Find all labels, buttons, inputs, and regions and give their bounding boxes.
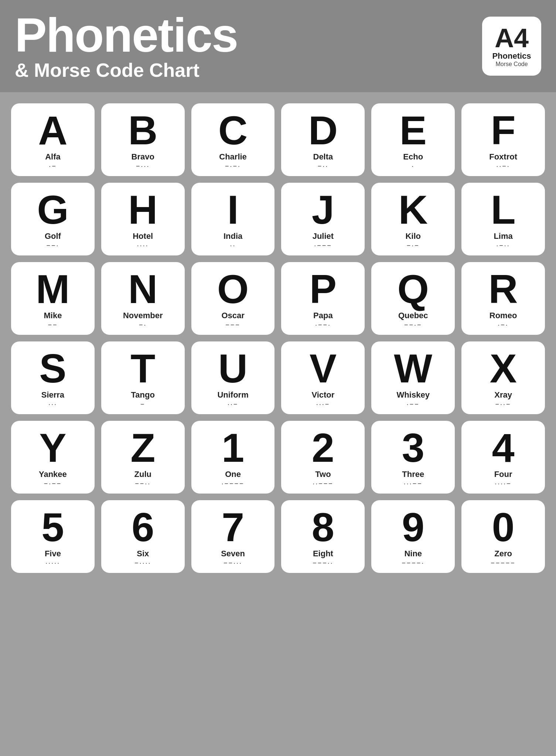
- card-morse-code: −−−: [225, 321, 241, 329]
- card-character: 8: [312, 507, 334, 547]
- card-morse-code: ·−−−−: [222, 480, 245, 488]
- card-character: 7: [222, 507, 244, 547]
- phonetic-card: KKilo−·−: [371, 183, 455, 255]
- card-character: Y: [39, 427, 66, 468]
- card-morse-code: −−··: [135, 480, 151, 488]
- card-morse-code: ···−: [316, 401, 330, 408]
- card-morse-code: −···: [136, 162, 150, 170]
- card-morse-code: ·−−·: [315, 321, 331, 329]
- card-character: 1: [222, 427, 244, 468]
- card-phonetic-name: Two: [315, 470, 331, 479]
- card-morse-code: ·−: [49, 162, 57, 170]
- card-phonetic-name: Papa: [313, 311, 333, 320]
- card-morse-code: −·: [139, 321, 147, 329]
- card-phonetic-name: Hotel: [133, 231, 153, 241]
- phonetic-card: 3Three···−−: [371, 421, 455, 494]
- phonetic-card: CCharlie−·−·: [191, 103, 275, 176]
- phonetic-card: UUniform··−: [191, 341, 275, 414]
- card-morse-code: ·−·: [498, 321, 509, 329]
- card-character: 4: [492, 427, 514, 468]
- phonetic-card: HHotel····: [101, 183, 185, 255]
- card-morse-code: ··−: [228, 401, 239, 408]
- card-morse-code: −−−··: [313, 559, 334, 567]
- card-morse-code: ··: [230, 242, 236, 250]
- phonetic-card: 2Two··−−−: [281, 421, 365, 494]
- card-phonetic-name: Victor: [311, 390, 334, 400]
- phonetic-card: 4Four····−: [461, 421, 545, 494]
- card-character: U: [218, 348, 248, 389]
- card-morse-code: −··: [318, 162, 329, 170]
- card-character: E: [400, 110, 427, 151]
- card-phonetic-name: Foxtrot: [489, 152, 517, 162]
- badge-line1: Phonetics: [492, 51, 531, 61]
- phonetic-card: SSierra···: [11, 341, 95, 414]
- phonetic-card: JJuliet·−−−: [281, 183, 365, 255]
- card-character: K: [399, 189, 428, 230]
- phonetic-card: NNovember−·: [101, 262, 185, 335]
- card-phonetic-name: Sierra: [41, 390, 64, 400]
- phonetic-card: 5Five·····: [11, 500, 95, 573]
- card-character: H: [128, 189, 157, 230]
- phonetic-card: MMike−−: [11, 262, 95, 335]
- card-morse-code: −··−: [495, 401, 511, 408]
- phonetic-card: BBravo−···: [101, 103, 185, 176]
- card-character: Z: [130, 427, 155, 468]
- phonetic-card: IIndia··: [191, 183, 275, 255]
- header-badge: A4 Phonetics Morse Code: [482, 17, 541, 76]
- card-morse-code: −−···: [224, 559, 242, 567]
- card-phonetic-name: Eight: [313, 549, 333, 559]
- card-morse-code: −····: [134, 559, 151, 567]
- card-phonetic-name: Lima: [494, 231, 512, 241]
- card-morse-code: ···: [48, 401, 57, 408]
- phonetic-card: GGolf−−·: [11, 183, 95, 255]
- main-title: Phonetics: [15, 11, 238, 59]
- card-morse-code: −−·: [46, 242, 59, 250]
- header-title-block: Phonetics & Morse Code Chart: [15, 11, 238, 81]
- card-phonetic-name: One: [225, 470, 241, 479]
- card-character: C: [218, 110, 248, 151]
- card-character: 0: [492, 507, 514, 547]
- badge-label: A4: [495, 25, 529, 51]
- card-phonetic-name: Four: [494, 470, 512, 479]
- card-morse-code: −·−−: [44, 480, 62, 488]
- card-character: P: [310, 269, 337, 309]
- phonetic-card: WWhiskey·−−: [371, 341, 455, 414]
- phonetic-card: DDelta−··: [281, 103, 365, 176]
- card-character: R: [488, 269, 518, 309]
- card-character: L: [491, 189, 515, 230]
- card-phonetic-name: Golf: [45, 231, 61, 241]
- phonetic-card: 7Seven−−···: [191, 500, 275, 573]
- card-phonetic-name: Whiskey: [397, 390, 430, 400]
- card-phonetic-name: Echo: [403, 152, 423, 162]
- card-phonetic-name: Uniform: [217, 390, 248, 400]
- card-phonetic-name: Juliet: [313, 231, 334, 241]
- phonetic-card: 1One·−−−−: [191, 421, 275, 494]
- header: Phonetics & Morse Code Chart A4 Phonetic…: [0, 0, 556, 92]
- phonetic-card: 0Zero−−−−−: [461, 500, 545, 573]
- phonetic-card: YYankee−·−−: [11, 421, 95, 494]
- card-morse-code: ··−−−: [313, 480, 334, 488]
- card-morse-code: ····−: [495, 480, 512, 488]
- main-subtitle: & Morse Code Chart: [15, 59, 238, 81]
- card-character: W: [394, 348, 432, 389]
- card-morse-code: ···−−: [404, 480, 423, 488]
- card-phonetic-name: Romeo: [490, 311, 517, 320]
- card-phonetic-name: Charlie: [219, 152, 247, 162]
- card-character: I: [227, 189, 239, 230]
- card-morse-code: ·····: [45, 559, 60, 567]
- phonetic-card: ZZulu−−··: [101, 421, 185, 494]
- card-morse-code: −·−: [407, 242, 420, 250]
- card-character: S: [39, 348, 66, 389]
- card-phonetic-name: Yankee: [39, 470, 67, 479]
- card-morse-code: −−−−−: [491, 559, 516, 567]
- phonetic-card: 8Eight−−−··: [281, 500, 365, 573]
- card-morse-code: −−: [48, 321, 58, 329]
- card-morse-code: ·−−: [407, 401, 420, 408]
- card-character: J: [312, 189, 334, 230]
- phonetic-card: LLima·−··: [461, 183, 545, 255]
- card-morse-code: ····: [137, 242, 149, 250]
- card-morse-code: ·−··: [496, 242, 510, 250]
- card-character: G: [37, 189, 69, 230]
- card-character: 3: [402, 427, 424, 468]
- phonetic-card: RRomeo·−·: [461, 262, 545, 335]
